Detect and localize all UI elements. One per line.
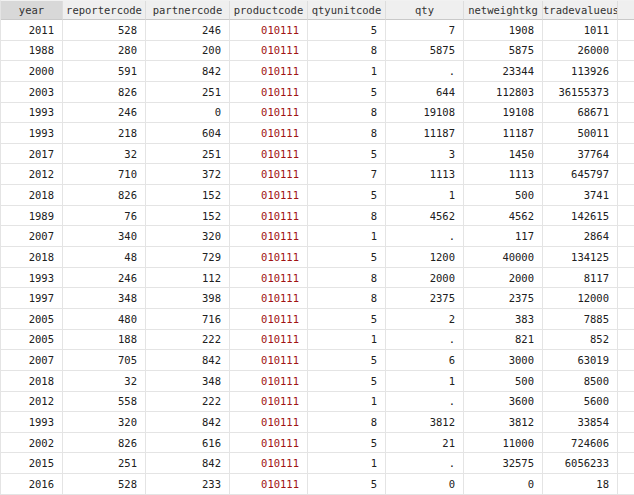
cell-partnercode[interactable]: 398	[146, 288, 230, 309]
cell-reportercode[interactable]: 710	[63, 164, 146, 185]
cell-year[interactable]: 2012	[1, 164, 63, 185]
cell-netweightkg[interactable]: 40000	[464, 247, 543, 268]
cell-netweightkg[interactable]: 2000	[464, 268, 543, 289]
cell-tradevalueus[interactable]: 7885	[543, 309, 618, 330]
column-header-qtyunitcode[interactable]: qtyunitcode	[308, 1, 386, 20]
cell-qtyunitcode[interactable]: 1	[308, 453, 386, 474]
cell-qtyunitcode[interactable]: 8	[308, 41, 386, 62]
cell-year[interactable]: 1988	[1, 41, 63, 62]
cell-netweightkg[interactable]: 5875	[464, 41, 543, 62]
column-header-productcode[interactable]: productcode	[230, 1, 308, 20]
cell-netweightkg[interactable]: 821	[464, 330, 543, 351]
cell-netweightkg[interactable]: 19108	[464, 103, 543, 124]
cell-qtyunitcode[interactable]: 5	[308, 433, 386, 454]
cell-productcode[interactable]: 010111	[230, 82, 308, 103]
cell-tradevalueus[interactable]: 3741	[543, 185, 618, 206]
cell-productcode[interactable]: 010111	[230, 247, 308, 268]
cell-productcode[interactable]: 010111	[230, 412, 308, 433]
cell-productcode[interactable]: 010111	[230, 206, 308, 227]
cell-reportercode[interactable]: 32	[63, 144, 146, 165]
cell-partnercode[interactable]: 222	[146, 392, 230, 413]
cell-productcode[interactable]: 010111	[230, 123, 308, 144]
cell-productcode[interactable]: 010111	[230, 453, 308, 474]
cell-partnercode[interactable]: 372	[146, 164, 230, 185]
cell-year[interactable]: 2003	[1, 82, 63, 103]
cell-reportercode[interactable]: 826	[63, 82, 146, 103]
cell-reportercode[interactable]: 528	[63, 20, 146, 41]
cell-qty[interactable]: 6	[386, 350, 464, 371]
cell-productcode[interactable]: 010111	[230, 350, 308, 371]
cell-qtyunitcode[interactable]: 5	[308, 20, 386, 41]
cell-productcode[interactable]: 010111	[230, 433, 308, 454]
cell-partnercode[interactable]: 112	[146, 268, 230, 289]
cell-partnercode[interactable]: 222	[146, 330, 230, 351]
cell-qty[interactable]: .	[386, 61, 464, 82]
cell-productcode[interactable]: 010111	[230, 185, 308, 206]
cell-qtyunitcode[interactable]: 8	[308, 268, 386, 289]
cell-qty[interactable]: 2375	[386, 288, 464, 309]
cell-partnercode[interactable]: 246	[146, 20, 230, 41]
column-header-tradevalueus[interactable]: tradevalueus	[543, 1, 618, 20]
cell-productcode[interactable]: 010111	[230, 474, 308, 495]
cell-year[interactable]: 1989	[1, 206, 63, 227]
cell-partnercode[interactable]: 251	[146, 144, 230, 165]
cell-tradevalueus[interactable]: 6056233	[543, 453, 618, 474]
cell-tradevalueus[interactable]: 2864	[543, 226, 618, 247]
cell-reportercode[interactable]: 320	[63, 412, 146, 433]
cell-tradevalueus[interactable]: 1011	[543, 20, 618, 41]
cell-qtyunitcode[interactable]: 8	[308, 288, 386, 309]
cell-productcode[interactable]: 010111	[230, 226, 308, 247]
cell-qtyunitcode[interactable]: 1	[308, 61, 386, 82]
cell-qty[interactable]: 5875	[386, 41, 464, 62]
cell-qtyunitcode[interactable]: 1	[308, 226, 386, 247]
cell-netweightkg[interactable]: 3600	[464, 392, 543, 413]
cell-reportercode[interactable]: 32	[63, 371, 146, 392]
cell-partnercode[interactable]: 842	[146, 350, 230, 371]
cell-reportercode[interactable]: 280	[63, 41, 146, 62]
cell-reportercode[interactable]: 705	[63, 350, 146, 371]
cell-tradevalueus[interactable]: 724606	[543, 433, 618, 454]
cell-partnercode[interactable]: 842	[146, 453, 230, 474]
cell-year[interactable]: 2007	[1, 226, 63, 247]
cell-qty[interactable]: 19108	[386, 103, 464, 124]
cell-year[interactable]: 1997	[1, 288, 63, 309]
cell-productcode[interactable]: 010111	[230, 309, 308, 330]
cell-netweightkg[interactable]: 117	[464, 226, 543, 247]
cell-year[interactable]: 2016	[1, 474, 63, 495]
cell-reportercode[interactable]: 348	[63, 288, 146, 309]
cell-qty[interactable]: 3	[386, 144, 464, 165]
cell-year[interactable]: 2012	[1, 392, 63, 413]
cell-netweightkg[interactable]: 32575	[464, 453, 543, 474]
cell-reportercode[interactable]: 218	[63, 123, 146, 144]
cell-productcode[interactable]: 010111	[230, 164, 308, 185]
cell-qty[interactable]: .	[386, 330, 464, 351]
cell-netweightkg[interactable]: 383	[464, 309, 543, 330]
cell-netweightkg[interactable]: 11187	[464, 123, 543, 144]
cell-qtyunitcode[interactable]: 5	[308, 371, 386, 392]
column-header-year[interactable]: year	[1, 1, 63, 20]
cell-qtyunitcode[interactable]: 5	[308, 82, 386, 103]
cell-qtyunitcode[interactable]: 1	[308, 392, 386, 413]
cell-qty[interactable]: .	[386, 226, 464, 247]
cell-qty[interactable]: 0	[386, 474, 464, 495]
column-header-partnercode[interactable]: partnercode	[146, 1, 230, 20]
cell-qtyunitcode[interactable]: 8	[308, 103, 386, 124]
cell-productcode[interactable]: 010111	[230, 288, 308, 309]
cell-netweightkg[interactable]: 1113	[464, 164, 543, 185]
cell-qty[interactable]: 1	[386, 185, 464, 206]
cell-qty[interactable]: 3812	[386, 412, 464, 433]
cell-year[interactable]: 2018	[1, 247, 63, 268]
cell-qty[interactable]: 2000	[386, 268, 464, 289]
cell-year[interactable]: 2005	[1, 309, 63, 330]
cell-qtyunitcode[interactable]: 5	[308, 247, 386, 268]
cell-productcode[interactable]: 010111	[230, 371, 308, 392]
cell-qty[interactable]: 1	[386, 371, 464, 392]
column-header-reportercode[interactable]: reportercode	[63, 1, 146, 20]
cell-partnercode[interactable]: 233	[146, 474, 230, 495]
cell-year[interactable]: 1993	[1, 103, 63, 124]
cell-year[interactable]: 2002	[1, 433, 63, 454]
cell-year[interactable]: 2011	[1, 20, 63, 41]
cell-productcode[interactable]: 010111	[230, 330, 308, 351]
cell-year[interactable]: 2005	[1, 330, 63, 351]
cell-tradevalueus[interactable]: 12000	[543, 288, 618, 309]
